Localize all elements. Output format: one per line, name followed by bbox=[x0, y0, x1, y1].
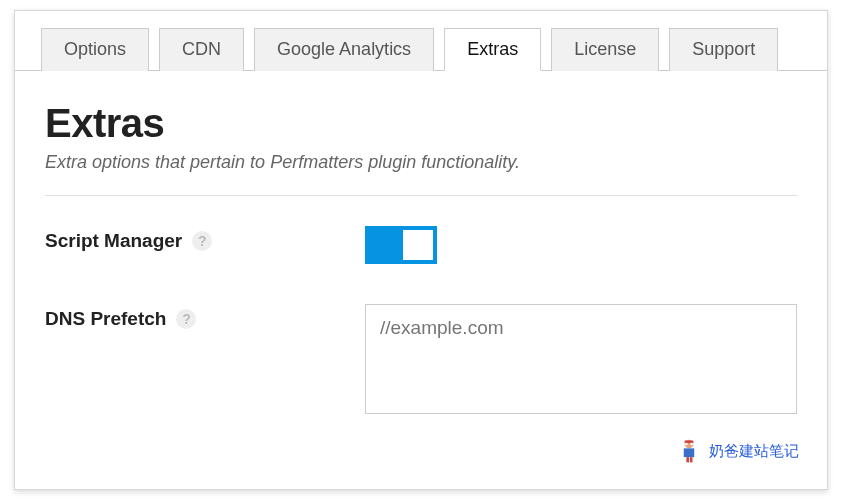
tab-support[interactable]: Support bbox=[669, 28, 778, 71]
tab-license[interactable]: License bbox=[551, 28, 659, 71]
page-title: Extras bbox=[45, 101, 797, 146]
svg-point-6 bbox=[690, 443, 693, 446]
svg-rect-1 bbox=[685, 441, 694, 444]
tab-google-analytics[interactable]: Google Analytics bbox=[254, 28, 434, 71]
label-script-manager-text: Script Manager bbox=[45, 230, 182, 252]
label-script-manager: Script Manager ? bbox=[45, 226, 365, 252]
watermark-icon bbox=[675, 437, 703, 465]
help-icon[interactable]: ? bbox=[192, 231, 212, 251]
page-description: Extra options that pertain to Perfmatter… bbox=[45, 152, 797, 173]
textarea-dns-prefetch[interactable] bbox=[365, 304, 797, 414]
tab-extras[interactable]: Extras bbox=[444, 28, 541, 71]
divider bbox=[45, 195, 797, 196]
watermark-text: 奶爸建站笔记 bbox=[709, 442, 799, 461]
svg-rect-2 bbox=[684, 448, 695, 457]
svg-rect-3 bbox=[686, 457, 689, 462]
svg-point-5 bbox=[685, 443, 688, 446]
row-script-manager: Script Manager ? bbox=[45, 226, 797, 264]
toggle-knob bbox=[403, 230, 433, 260]
help-icon[interactable]: ? bbox=[176, 309, 196, 329]
tab-bar: Options CDN Google Analytics Extras Lice… bbox=[15, 11, 827, 71]
toggle-script-manager[interactable] bbox=[365, 226, 437, 264]
svg-rect-4 bbox=[690, 457, 693, 462]
watermark: 奶爸建站笔记 bbox=[675, 437, 799, 465]
tab-content: Extras Extra options that pertain to Per… bbox=[15, 71, 827, 414]
row-dns-prefetch: DNS Prefetch ? bbox=[45, 304, 797, 414]
label-dns-prefetch: DNS Prefetch ? bbox=[45, 304, 365, 330]
tab-options[interactable]: Options bbox=[41, 28, 149, 71]
label-dns-prefetch-text: DNS Prefetch bbox=[45, 308, 166, 330]
tab-cdn[interactable]: CDN bbox=[159, 28, 244, 71]
settings-panel: Options CDN Google Analytics Extras Lice… bbox=[14, 10, 828, 490]
